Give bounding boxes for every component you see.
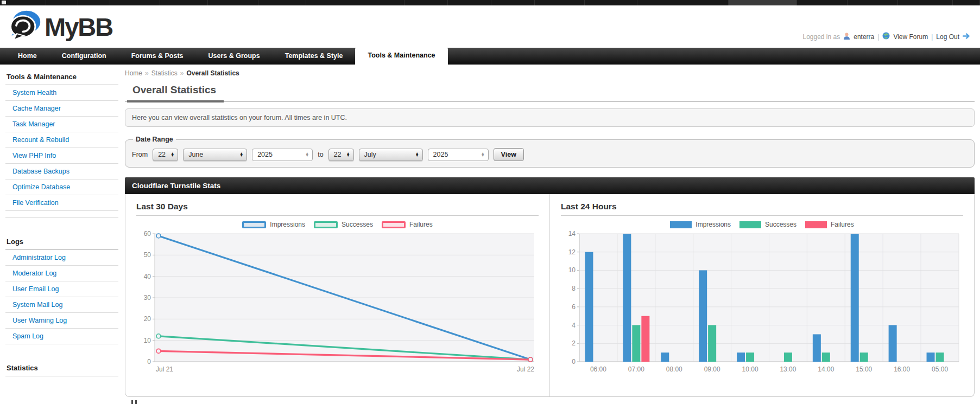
to-day-select[interactable]: 22 ▲▼ [328,149,354,161]
to-month-value: July [364,151,376,158]
sidebar-item-system-health[interactable]: System Health [5,85,118,100]
legend-label: Failures [409,221,433,228]
sidebar-item-database-backups[interactable]: Database Backups [5,164,118,179]
turnstile-stats-panel: Cloudflare Turnstile Stats Last 30 Days … [125,177,975,397]
sidebar-item-moderator-log[interactable]: Moderator Log [5,266,118,281]
browser-tab-segment [46,0,78,5]
legend-item-successes: Successes [314,221,373,228]
sidebar-section-tools-maintenance: Tools & MaintenanceSystem HealthCache Ma… [5,68,118,218]
svg-text:12: 12 [568,248,576,256]
bar-chart-24-hours: 0246810121406:0007:0008:0009:0010:0013:0… [561,229,963,375]
log-out-link[interactable]: Log Out [936,33,959,41]
sidebar-item-optimize-database[interactable]: Optimize Database [5,179,118,195]
browser-tab-segment [848,0,898,5]
nav-tab-home[interactable]: Home [5,48,49,65]
browser-tab-segment [78,0,110,5]
sidebar-item-task-manager[interactable]: Task Manager [5,117,118,132]
legend-item-successes: Successes [739,221,796,228]
spinner-arrows-icon: ▲▼ [481,152,485,157]
breadcrumb-statistics[interactable]: Statistics [151,69,178,77]
svg-text:60: 60 [144,230,151,238]
legend-item-impressions: Impressions [670,221,731,228]
chart-last-24-hours: Last 24 Hours ImpressionsSuccessesFailur… [550,194,974,396]
view-button[interactable]: View [494,148,524,161]
svg-text:50: 50 [144,251,151,259]
panel-body: Last 30 Days ImpressionsSuccessesFailure… [125,194,975,397]
sidebar-item-system-mail-log[interactable]: System Mail Log [5,297,118,312]
stepper-arrows-icon: ▲▼ [346,152,350,157]
svg-text:13:00: 13:00 [780,365,796,373]
sidebar-item-user-warning-log[interactable]: User Warning Log [5,313,118,328]
sidebar-item-recount-rebuild[interactable]: Recount & Rebuild [5,132,118,148]
chart-legend-30-days: ImpressionsSuccessesFailures [136,221,539,228]
page-title: Overall Statistics [125,84,222,101]
content-row: Tools & MaintenanceSystem HealthCache Ma… [0,65,980,397]
log-out-arrow-icon [963,33,970,41]
sidebar-item-administrator-log[interactable]: Administrator Log [5,250,118,265]
legend-label: Impressions [270,221,305,228]
browser-tab-segment [535,0,585,5]
svg-text:4: 4 [572,322,576,329]
browser-tab-strip [0,0,980,5]
stepper-arrows-icon: ▲▼ [415,152,419,157]
impressions-swatch-icon [670,221,692,228]
nav-tab-tools-maintenance[interactable]: Tools & Maintenance [355,47,447,65]
breadcrumb-home[interactable]: Home [125,69,142,77]
legend-item-failures: Failures [382,221,433,228]
main-content: Home»Statistics»Overall Statistics Overa… [118,65,980,397]
sidebar-section-logs: LogsAdministrator LogModerator LogUser E… [5,233,118,344]
username-link[interactable]: enterra [853,33,874,41]
browser-tab-segment [953,0,980,5]
svg-text:07:00: 07:00 [628,365,644,373]
browser-tab-segment [491,0,535,5]
legend-label: Successes [765,221,796,228]
svg-text:40: 40 [144,273,151,280]
svg-text:0: 0 [572,358,576,365]
failures-swatch-icon [805,221,827,228]
browser-tab-segment [637,0,729,5]
from-month-select[interactable]: June ▲▼ [183,149,247,161]
svg-text:16:00: 16:00 [894,365,910,373]
to-day-value: 22 [334,151,342,158]
view-forum-link[interactable]: View Forum [893,33,928,41]
svg-text:Jul 21: Jul 21 [156,365,173,373]
nav-tab-configuration[interactable]: Configuration [49,48,119,65]
sidebar-item-spam-log[interactable]: Spam Log [5,329,118,344]
user-bar-separator: | [877,33,879,41]
sidebar-item-file-verification[interactable]: File Verification [5,195,118,210]
svg-text:30: 30 [144,294,151,302]
sidebar-item-cache-manager[interactable]: Cache Manager [5,101,118,116]
main-nav: HomeConfigurationForums & PostsUsers & G… [0,48,980,65]
to-year-value: 2025 [433,151,448,158]
browser-tab-segment [797,0,848,5]
sidebar-section-title: Tools & Maintenance [5,68,118,85]
svg-text:6: 6 [572,303,576,311]
spinner-arrows-icon: ▲▼ [305,152,309,157]
svg-text:14: 14 [568,230,576,238]
svg-text:0: 0 [147,358,151,365]
from-day-select[interactable]: 22 ▲▼ [153,149,178,161]
breadcrumb-separator: » [145,69,149,77]
mybb-logo-text: MyBB [45,12,112,42]
to-year-input[interactable]: 2025 ▲▼ [428,149,489,161]
to-month-select[interactable]: July ▲▼ [359,149,423,161]
sidebar: Tools & MaintenanceSystem HealthCache Ma… [0,65,118,376]
sidebar-item-user-email-log[interactable]: User Email Log [5,281,118,297]
line-chart-30-days: 0102030405060Jul 21Jul 22 [136,229,539,375]
browser-tab-segment [110,0,161,5]
line-chart-canvas: 0102030405060Jul 21Jul 22 [136,229,539,375]
impressions-swatch-icon [242,221,266,228]
breadcrumb: Home»Statistics»Overall Statistics [125,69,975,77]
nav-tab-templates-style[interactable]: Templates & Style [273,48,356,65]
date-range-controls: From 22 ▲▼ June ▲▼ 2025 ▲▼ to 22 ▲▼ [132,148,968,161]
browser-tab-segment [585,0,637,5]
nav-tab-users-groups[interactable]: Users & Groups [196,48,273,65]
nav-tab-forums-posts[interactable]: Forums & Posts [119,48,196,65]
svg-text:15:00: 15:00 [856,365,872,373]
browser-tab-segment [208,0,258,5]
from-day-value: 22 [158,151,166,158]
sidebar-section-title: Logs [5,233,118,250]
from-year-input[interactable]: 2025 ▲▼ [252,149,313,161]
sidebar-item-view-php-info[interactable]: View PHP Info [5,148,118,163]
panel-title: Cloudflare Turnstile Stats [125,177,975,194]
